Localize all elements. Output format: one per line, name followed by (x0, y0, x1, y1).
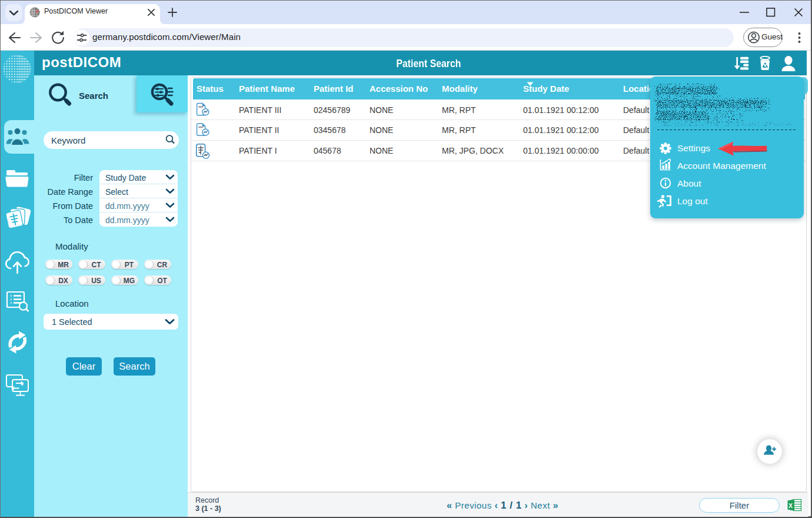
svg-text:X: X (788, 502, 793, 509)
